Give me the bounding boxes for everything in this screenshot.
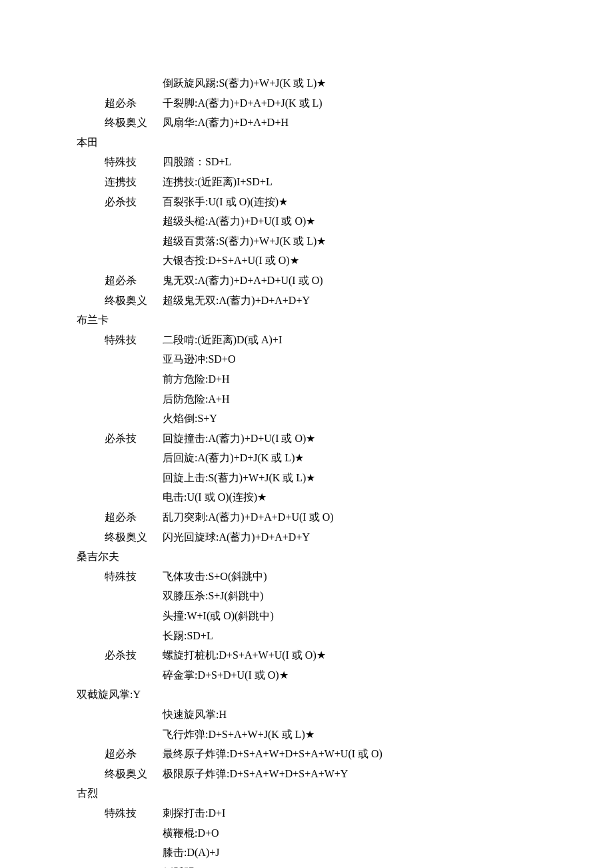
category-label: 特殊技: [0, 152, 163, 172]
move-text: 亚马逊冲:SD+O: [163, 349, 613, 369]
move-row: 火焰倒:S+Y: [0, 409, 613, 429]
move-row: 超必杀最终原子炸弹:D+S+A+W+D+S+A+W+U(I 或 O): [0, 744, 613, 764]
move-row: 后防危险:A+H: [0, 389, 613, 409]
move-text: 连携技:(近距离)I+SD+L: [163, 172, 613, 192]
category-label: 超必杀: [0, 744, 163, 764]
move-row: 终极奥义超级鬼无双:A(蓄力)+D+A+D+Y: [0, 291, 613, 311]
move-row: 电击:U(I 或 O)(连按)★: [0, 487, 613, 507]
move-text: 四股踏：SD+L: [163, 152, 613, 172]
move-row: 超必杀乱刀突刺:A(蓄力)+D+A+D+U(I 或 O): [0, 507, 613, 527]
move-text: 后回旋:A(蓄力)+D+J(K 或 L)★: [163, 448, 613, 468]
move-text: 头撞:W+I(或 O)(斜跳中): [163, 606, 613, 626]
character-name: 桑吉尔夫: [77, 547, 613, 567]
move-row: 连携技连携技:(近距离)I+SD+L: [0, 172, 613, 192]
move-row: 超级百贯落:S(蓄力)+W+J(K 或 L)★: [0, 231, 613, 251]
category-label: 终极奥义: [0, 113, 163, 133]
move-row: 快速旋风掌:H: [0, 705, 613, 725]
move-text: 二段啃:(近距离)D(或 A)+I: [163, 330, 613, 350]
move-text: 电击:U(I 或 O)(连按)★: [163, 487, 613, 507]
move-text: 最终原子炸弹:D+S+A+W+D+S+A+W+U(I 或 O): [163, 744, 613, 764]
move-text: 千裂脚:A(蓄力)+D+A+D+J(K 或 L): [163, 93, 613, 113]
category-label: 超必杀: [0, 271, 163, 291]
move-text: 乱刀突刺:A(蓄力)+D+A+D+U(I 或 O): [163, 507, 613, 527]
move-row: 横鞭棍:D+O: [0, 823, 613, 843]
move-row: 必杀技螺旋打桩机:D+S+A+W+U(I 或 O)★: [0, 645, 613, 665]
move-text: 大银杏投:D+S+A+U(I 或 O)★: [163, 251, 613, 271]
move-row: 前方危险:D+H: [0, 369, 613, 389]
category-label: 特殊技: [0, 567, 163, 587]
move-text: 后防危险:A+H: [163, 389, 613, 409]
move-line-outdent: 双截旋风掌:Y: [77, 685, 613, 705]
move-row: 倒跃旋风踢:S(蓄力)+W+J(K 或 L)★: [0, 73, 613, 93]
move-row: 特殊技四股踏：SD+L: [0, 152, 613, 172]
move-row: 必杀技百裂张手:U(I 或 O)(连按)★: [0, 192, 613, 212]
category-label: 终极奥义: [0, 764, 163, 784]
move-text: 刺探打击:D+I: [163, 803, 613, 823]
category-label: 终极奥义: [0, 527, 163, 547]
move-text: 超级鬼无双:A(蓄力)+D+A+D+Y: [163, 291, 613, 311]
move-text: 横鞭棍:D+O: [163, 823, 613, 843]
move-text: 快速旋风掌:H: [163, 705, 613, 725]
document-page: 倒跃旋风踢:S(蓄力)+W+J(K 或 L)★超必杀千裂脚:A(蓄力)+D+A+…: [0, 0, 613, 868]
category-label: 必杀技: [0, 192, 163, 212]
move-row: 特殊技刺探打击:D+I: [0, 803, 613, 823]
category-label: 终极奥义: [0, 291, 163, 311]
move-row: 后回旋:A(蓄力)+D+J(K 或 L)★: [0, 448, 613, 468]
move-text: 飞行炸弹:D+S+A+W+J(K 或 L)★: [163, 725, 613, 745]
move-text: 飞体攻击:S+O(斜跳中): [163, 567, 613, 587]
move-row: 特殊技二段啃:(近距离)D(或 A)+I: [0, 330, 613, 350]
move-row: 特殊技飞体攻击:S+O(斜跳中): [0, 567, 613, 587]
move-text: 凤扇华:A(蓄力)+D+A+D+H: [163, 113, 613, 133]
move-row: 侧跃踢:D(A)+K: [0, 863, 613, 868]
move-row: 超级头槌:A(蓄力)+D+U(I 或 O)★: [0, 211, 613, 231]
category-label: 特殊技: [0, 803, 163, 823]
move-text: 倒跃旋风踢:S(蓄力)+W+J(K 或 L)★: [163, 73, 613, 93]
move-text: 双膝压杀:S+J(斜跳中): [163, 586, 613, 606]
move-row: 大银杏投:D+S+A+U(I 或 O)★: [0, 251, 613, 271]
move-text: 回旋撞击:A(蓄力)+D+U(I 或 O)★: [163, 429, 613, 449]
move-row: 终极奥义闪光回旋球:A(蓄力)+D+A+D+Y: [0, 527, 613, 547]
move-text: 闪光回旋球:A(蓄力)+D+A+D+Y: [163, 527, 613, 547]
character-name: 本田: [77, 133, 613, 153]
move-text: 回旋上击:S(蓄力)+W+J(K 或 L)★: [163, 468, 613, 488]
category-label: 超必杀: [0, 93, 163, 113]
move-text: 膝击:D(A)+J: [163, 843, 613, 863]
move-text: 长踢:SD+L: [163, 626, 613, 646]
move-row: 终极奥义凤扇华:A(蓄力)+D+A+D+H: [0, 113, 613, 133]
move-text: 鬼无双:A(蓄力)+D+A+D+U(I 或 O): [163, 271, 613, 291]
category-label: 超必杀: [0, 507, 163, 527]
move-text: 螺旋打桩机:D+S+A+W+U(I 或 O)★: [163, 645, 613, 665]
move-row: 亚马逊冲:SD+O: [0, 349, 613, 369]
move-text: 前方危险:D+H: [163, 369, 613, 389]
move-text: 碎金掌:D+S+D+U(I 或 O)★: [163, 665, 613, 685]
move-text: 超级百贯落:S(蓄力)+W+J(K 或 L)★: [163, 231, 613, 251]
move-row: 回旋上击:S(蓄力)+W+J(K 或 L)★: [0, 468, 613, 488]
character-name: 古烈: [77, 783, 613, 803]
move-row: 飞行炸弹:D+S+A+W+J(K 或 L)★: [0, 725, 613, 745]
move-row: 超必杀鬼无双:A(蓄力)+D+A+D+U(I 或 O): [0, 271, 613, 291]
move-row: 超必杀千裂脚:A(蓄力)+D+A+D+J(K 或 L): [0, 93, 613, 113]
move-text: 超级头槌:A(蓄力)+D+U(I 或 O)★: [163, 211, 613, 231]
move-row: 必杀技回旋撞击:A(蓄力)+D+U(I 或 O)★: [0, 429, 613, 449]
category-label: 连携技: [0, 172, 163, 192]
move-text: 侧跃踢:D(A)+K: [163, 863, 613, 868]
move-text: 百裂张手:U(I 或 O)(连按)★: [163, 192, 613, 212]
character-name: 布兰卡: [77, 310, 613, 330]
move-row: 双膝压杀:S+J(斜跳中): [0, 586, 613, 606]
move-row: 碎金掌:D+S+D+U(I 或 O)★: [0, 665, 613, 685]
move-row: 长踢:SD+L: [0, 626, 613, 646]
move-text: 火焰倒:S+Y: [163, 409, 613, 429]
move-row: 膝击:D(A)+J: [0, 843, 613, 863]
category-label: 必杀技: [0, 429, 163, 449]
category-label: 必杀技: [0, 645, 163, 665]
move-text: 极限原子炸弹:D+S+A+W+D+S+A+W+Y: [163, 764, 613, 784]
move-row: 头撞:W+I(或 O)(斜跳中): [0, 606, 613, 626]
move-row: 终极奥义极限原子炸弹:D+S+A+W+D+S+A+W+Y: [0, 764, 613, 784]
category-label: 特殊技: [0, 330, 163, 350]
